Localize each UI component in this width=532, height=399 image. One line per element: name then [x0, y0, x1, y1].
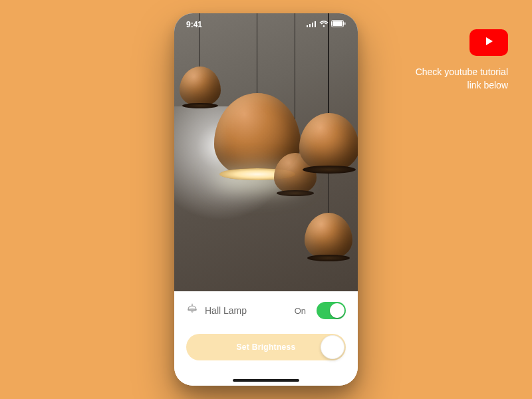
device-name: Hall Lamp: [205, 305, 288, 316]
device-state-label: On: [295, 306, 306, 316]
signal-icon: [307, 20, 317, 29]
promo-block: Check youtube tutorial link below: [416, 29, 508, 92]
pendant-lamp: [305, 213, 352, 259]
lamp-icon: [186, 303, 198, 318]
slider-label: Set Brightness: [237, 342, 296, 352]
brightness-slider[interactable]: Set Brightness: [186, 334, 346, 360]
status-time: 9:41: [186, 20, 202, 29]
wifi-icon: [319, 20, 329, 29]
control-panel: Hall Lamp On Set Brightness: [174, 291, 358, 386]
phone-frame: 9:41: [174, 13, 358, 386]
battery-icon: [331, 20, 346, 29]
svg-rect-0: [307, 25, 308, 27]
svg-rect-6: [344, 23, 346, 25]
home-indicator[interactable]: [233, 379, 299, 382]
status-right: [307, 20, 346, 29]
toggle-knob: [330, 303, 344, 318]
promo-line-2: link below: [416, 78, 508, 92]
device-row: Hall Lamp On: [186, 302, 346, 319]
svg-rect-2: [312, 23, 313, 27]
svg-rect-1: [309, 24, 311, 27]
svg-marker-9: [486, 37, 493, 45]
play-icon: [483, 35, 495, 50]
pendant-lamp: [299, 113, 358, 172]
svg-rect-3: [315, 21, 316, 27]
status-bar: 9:41: [174, 13, 358, 36]
power-toggle[interactable]: [317, 302, 346, 319]
youtube-button[interactable]: [469, 29, 508, 56]
svg-point-8: [192, 311, 193, 313]
promo-line-1: Check youtube tutorial: [416, 65, 508, 78]
svg-rect-5: [332, 21, 342, 26]
hero-image: 9:41: [174, 13, 358, 293]
slider-thumb[interactable]: [321, 335, 344, 359]
promo-text: Check youtube tutorial link below: [416, 65, 508, 92]
